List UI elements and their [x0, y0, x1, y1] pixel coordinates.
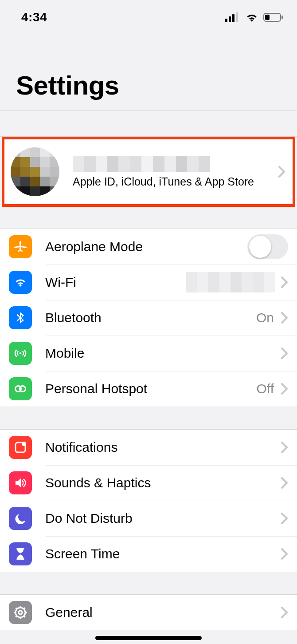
status-bar: 4:34 — [0, 0, 297, 27]
chevron-right-icon — [281, 477, 288, 489]
personal-hotspot-label: Personal Hotspot — [45, 381, 257, 396]
aeroplane-mode-row[interactable]: Aeroplane Mode — [0, 229, 297, 265]
chevron-right-icon — [281, 548, 288, 560]
page-title: Settings — [0, 27, 297, 111]
settings-group-general: General — [0, 595, 297, 630]
gear-icon — [9, 601, 32, 624]
notifications-row[interactable]: Notifications — [0, 430, 297, 465]
do-not-disturb-row[interactable]: Do Not Disturb — [0, 501, 297, 536]
svg-line-20 — [16, 608, 17, 609]
personal-hotspot-row[interactable]: Personal Hotspot Off — [0, 371, 297, 407]
bluetooth-row[interactable]: Bluetooth On — [0, 300, 297, 336]
svg-rect-12 — [16, 548, 24, 549]
chevron-right-icon — [281, 607, 288, 618]
screen-time-label: Screen Time — [45, 546, 278, 561]
svg-rect-6 — [281, 16, 283, 19]
wifi-icon — [245, 12, 259, 22]
sounds-label: Sounds & Haptics — [45, 475, 278, 490]
general-row[interactable]: General — [0, 595, 297, 630]
apple-id-subtitle: Apple ID, iCloud, iTunes & App Store — [73, 175, 276, 188]
svg-line-22 — [23, 608, 25, 609]
chevron-right-icon — [281, 277, 288, 288]
sounds-row[interactable]: Sounds & Haptics — [0, 465, 297, 501]
svg-line-21 — [23, 616, 25, 617]
svg-rect-5 — [265, 15, 270, 20]
svg-point-7 — [20, 352, 22, 355]
svg-point-15 — [19, 611, 22, 614]
chevron-right-icon — [281, 348, 288, 359]
aeroplane-mode-label: Aeroplane Mode — [45, 239, 247, 254]
hourglass-icon — [9, 542, 32, 565]
section-gap — [0, 407, 297, 430]
wifi-label: Wi-Fi — [45, 275, 186, 290]
hotspot-icon — [9, 377, 32, 400]
section-gap — [0, 572, 297, 595]
do-not-disturb-label: Do Not Disturb — [45, 511, 278, 526]
moon-icon — [9, 507, 32, 530]
wifi-network-redacted — [186, 272, 275, 292]
status-time: 4:34 — [21, 10, 47, 24]
svg-rect-1 — [229, 16, 231, 22]
cellular-icon — [225, 12, 240, 22]
apple-id-row-highlight: Apple ID, iCloud, iTunes & App Store — [2, 137, 295, 207]
notifications-label: Notifications — [45, 440, 278, 455]
sounds-icon — [9, 471, 32, 494]
wifi-row[interactable]: Wi-Fi — [0, 265, 297, 300]
wifi-row-icon — [9, 271, 32, 294]
chevron-right-icon — [281, 442, 288, 453]
section-gap — [0, 207, 297, 229]
chevron-right-icon — [278, 166, 285, 178]
aeroplane-icon — [9, 235, 32, 258]
settings-group-connectivity: Aeroplane Mode Wi-Fi Bluetooth On Mobile… — [0, 229, 297, 407]
mobile-data-icon — [9, 342, 32, 365]
screen-time-row[interactable]: Screen Time — [0, 536, 297, 572]
chevron-right-icon — [281, 312, 288, 324]
svg-rect-3 — [236, 12, 238, 22]
svg-line-23 — [16, 616, 17, 617]
aeroplane-mode-toggle[interactable] — [247, 234, 288, 259]
account-name-redacted — [73, 156, 210, 172]
bluetooth-icon — [9, 306, 32, 329]
svg-point-11 — [22, 442, 26, 446]
apple-id-row[interactable]: Apple ID, iCloud, iTunes & App Store — [4, 139, 293, 204]
bluetooth-value: On — [256, 310, 274, 325]
mobile-row[interactable]: Mobile — [0, 336, 297, 371]
avatar — [11, 147, 59, 196]
notifications-icon — [9, 436, 32, 459]
settings-group-notifications: Notifications Sounds & Haptics Do Not Di… — [0, 430, 297, 572]
chevron-right-icon — [281, 513, 288, 524]
svg-rect-13 — [16, 558, 24, 560]
svg-rect-2 — [232, 14, 234, 22]
bluetooth-label: Bluetooth — [45, 310, 256, 325]
personal-hotspot-value: Off — [257, 381, 274, 396]
mobile-label: Mobile — [45, 346, 278, 361]
battery-icon — [263, 12, 284, 22]
status-icons — [225, 12, 284, 22]
home-indicator — [95, 636, 202, 640]
section-gap — [0, 111, 297, 137]
general-label: General — [45, 605, 278, 620]
chevron-right-icon — [281, 383, 288, 395]
svg-rect-0 — [225, 19, 227, 22]
